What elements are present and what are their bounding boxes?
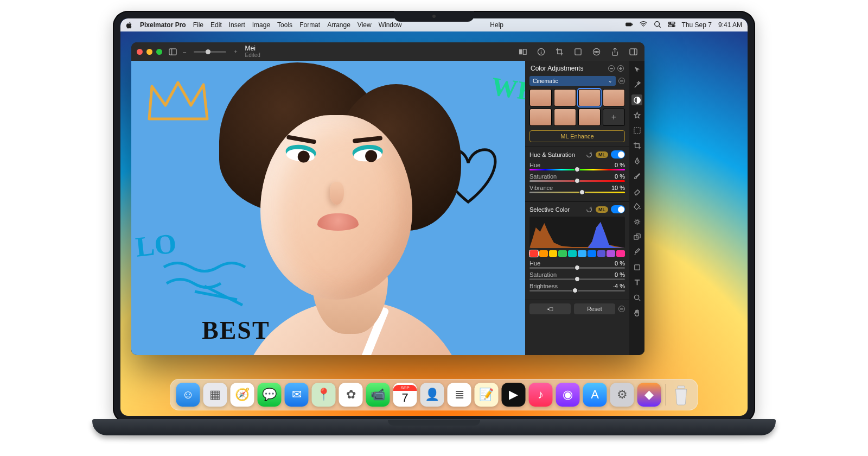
dock-finder[interactable]: ☺ <box>176 383 200 407</box>
ml-badge[interactable]: ML <box>596 206 608 213</box>
dock-contacts[interactable]: 👤 <box>420 383 444 407</box>
sidebar-toggle-icon[interactable] <box>167 46 178 58</box>
battery-icon[interactable] <box>626 21 633 30</box>
sel-hue-slider[interactable] <box>529 267 625 269</box>
menu-edit[interactable]: Edit <box>210 21 222 29</box>
dock-podcasts[interactable]: ◉ <box>556 383 580 407</box>
menubar-time[interactable]: 9:41 AM <box>718 21 742 29</box>
retouch-tool-icon[interactable] <box>631 216 642 227</box>
share-icon[interactable] <box>609 46 621 58</box>
color-swatch[interactable] <box>578 250 586 257</box>
preset-select[interactable]: Cinematic ⌄ <box>529 76 616 86</box>
dock-mail[interactable]: ✉ <box>285 383 309 407</box>
dock-facetime[interactable]: 📹 <box>366 383 390 407</box>
control-center-icon[interactable] <box>668 21 675 30</box>
dock-settings[interactable]: ⚙ <box>610 383 634 407</box>
zoom-button[interactable] <box>156 49 162 55</box>
dock-reminders[interactable]: ≣ <box>448 383 471 407</box>
shape-tool-icon[interactable] <box>631 262 642 273</box>
pen-tool-icon[interactable] <box>631 155 642 166</box>
collapse-icon[interactable] <box>618 306 625 312</box>
arrow-tool-icon[interactable] <box>631 64 642 75</box>
dock-launchpad[interactable]: ▦ <box>203 383 227 407</box>
zoom-slider[interactable] <box>194 51 226 53</box>
type-tool-icon[interactable] <box>631 277 642 288</box>
section-toggle[interactable] <box>611 150 625 159</box>
menu-help[interactable]: Help <box>490 21 503 29</box>
color-swatch[interactable] <box>539 250 548 257</box>
preset-thumb[interactable] <box>529 89 552 106</box>
collapse-all-icon[interactable] <box>608 65 615 72</box>
menu-image[interactable]: Image <box>252 21 270 29</box>
reset-button[interactable]: Reset <box>574 303 615 314</box>
preset-thumb[interactable] <box>529 109 552 126</box>
section-toggle[interactable] <box>611 205 625 213</box>
zoom-tool-icon[interactable] <box>631 292 642 303</box>
color-swatch[interactable] <box>597 250 606 257</box>
apple-menu-icon[interactable] <box>126 22 133 29</box>
menu-arrange[interactable]: Arrange <box>327 21 350 29</box>
color-swatch[interactable] <box>607 250 615 257</box>
canvas[interactable]: WE LO BEST <box>131 61 525 355</box>
remove-preset-icon[interactable] <box>618 78 625 84</box>
preset-thumb-selected[interactable] <box>578 89 601 106</box>
split-compare-button[interactable]: ▪□ <box>529 303 571 314</box>
marquee-tool-icon[interactable] <box>631 125 642 136</box>
dock-music[interactable]: ♪ <box>529 383 553 407</box>
saturation-slider[interactable] <box>529 180 625 182</box>
document-title[interactable]: Mei Edited <box>245 45 260 58</box>
minimize-button[interactable] <box>146 49 152 55</box>
menu-window[interactable]: Window <box>379 21 402 29</box>
dock-tv[interactable]: ▶ <box>502 383 526 407</box>
dock-photos[interactable]: ✿ <box>339 383 363 407</box>
wifi-icon[interactable] <box>640 21 647 30</box>
hand-tool-icon[interactable] <box>631 307 642 318</box>
crop-icon[interactable] <box>553 46 565 58</box>
dock-messages[interactable]: 💬 <box>258 383 282 407</box>
reset-icon[interactable] <box>585 206 593 213</box>
spotlight-icon[interactable] <box>654 21 661 30</box>
clone-tool-icon[interactable] <box>631 231 642 242</box>
ellipsis-icon[interactable] <box>590 46 602 58</box>
add-preset-button[interactable]: + <box>603 109 625 126</box>
menu-format[interactable]: Format <box>299 21 320 29</box>
preset-thumb[interactable] <box>554 89 576 106</box>
dock-pixelmator[interactable]: ◆ <box>637 383 661 407</box>
menu-view[interactable]: View <box>358 21 372 29</box>
reset-icon[interactable] <box>585 151 593 159</box>
crop-tool-icon[interactable] <box>631 140 642 151</box>
color-swatch[interactable] <box>549 250 558 257</box>
dock-safari[interactable]: 🧭 <box>231 383 254 407</box>
sel-bright-slider[interactable] <box>529 290 625 292</box>
menubar-app-name[interactable]: Pixelmator Pro <box>140 21 186 29</box>
wand-tool-icon[interactable] <box>631 79 642 90</box>
fill-tool-icon[interactable] <box>631 201 642 212</box>
menu-insert[interactable]: Insert <box>229 21 245 29</box>
panels-icon[interactable] <box>627 46 639 58</box>
color-swatch[interactable] <box>558 250 567 257</box>
menu-tools[interactable]: Tools <box>277 21 292 29</box>
dock-appstore[interactable]: A <box>583 383 607 407</box>
dock-notes[interactable]: 📝 <box>475 383 499 407</box>
dock-maps[interactable]: 📍 <box>312 383 336 407</box>
color-swatch[interactable] <box>588 250 596 257</box>
info-icon[interactable] <box>535 46 547 58</box>
color-swatch[interactable] <box>616 250 625 257</box>
ml-badge[interactable]: ML <box>596 151 608 158</box>
effects-tool-icon[interactable] <box>631 110 642 121</box>
ml-enhance-button[interactable]: ML Enhance <box>529 130 625 142</box>
eyedropper-tool-icon[interactable] <box>631 246 642 257</box>
dock-trash[interactable] <box>671 383 692 407</box>
artboard-icon[interactable] <box>572 46 584 58</box>
menubar-date[interactable]: Thu Sep 7 <box>682 21 712 29</box>
color-swatch[interactable] <box>568 250 577 257</box>
hue-slider[interactable] <box>529 169 625 170</box>
dock-calendar[interactable]: SEP7 <box>393 383 417 407</box>
brush-tool-icon[interactable] <box>631 170 642 181</box>
compare-icon[interactable] <box>516 46 528 58</box>
color-swatch[interactable] <box>529 250 538 257</box>
vibrance-slider[interactable] <box>529 192 625 193</box>
preset-thumb[interactable] <box>554 109 576 126</box>
eraser-tool-icon[interactable] <box>631 186 642 197</box>
preset-thumb[interactable] <box>603 89 625 106</box>
